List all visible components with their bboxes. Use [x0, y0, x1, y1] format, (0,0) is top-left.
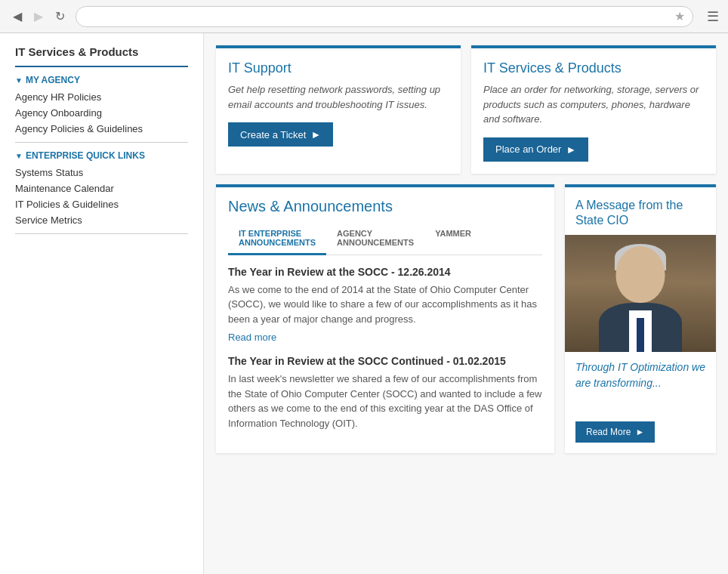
sidebar-item-it-policies[interactable]: IT Policies & Guidelines	[15, 199, 188, 210]
sidebar-mid-divider	[15, 142, 188, 143]
news-article-2-text: In last week's newsletter we shared a fe…	[228, 372, 542, 430]
sidebar-item-maintenance-calendar[interactable]: Maintenance Calendar	[15, 183, 188, 194]
bottom-row: News & Announcements IT ENTERPRISEANNOUN…	[216, 184, 716, 454]
news-tabs: IT ENTERPRISEANNOUNCEMENTS AGENCYANNOUNC…	[228, 223, 542, 255]
sidebar-enterprise-header[interactable]: ▼ ENTERPRISE QUICK LINKS	[15, 150, 188, 161]
cio-title: A Message from the State CIO	[575, 198, 705, 230]
cio-photo-inner	[565, 235, 716, 352]
person-body	[599, 303, 682, 352]
cio-panel: A Message from the State CIO Through IT …	[565, 184, 716, 454]
news-header: News & Announcements IT ENTERPRISEANNOUN…	[216, 187, 554, 255]
sidebar-item-agency-onboarding[interactable]: Agency Onboarding	[15, 107, 188, 119]
news-article-2-title: The Year in Review at the SOCC Continued…	[228, 355, 542, 367]
news-article-1-text: As we come to the end of 2014 at the Sta…	[228, 282, 542, 327]
tab-it-enterprise[interactable]: IT ENTERPRISEANNOUNCEMENTS	[228, 223, 326, 255]
news-article-1-title: The Year in Review at the SOCC - 12.26.2…	[228, 266, 542, 278]
news-body: The Year in Review at the SOCC - 12.26.2…	[216, 255, 554, 454]
it-services-title: IT Services & Products	[483, 60, 704, 76]
nav-buttons: ◀ ▶ ↻	[9, 8, 68, 25]
back-button[interactable]: ◀	[9, 8, 26, 25]
cio-read-more-arrow-icon: ►	[635, 427, 644, 437]
sidebar-item-service-metrics[interactable]: Service Metrics	[15, 214, 188, 226]
person-tie	[637, 318, 644, 352]
sidebar-top-divider	[15, 66, 188, 67]
enterprise-arrow-icon: ▼	[15, 152, 23, 160]
it-services-desc: Place an order for networking, storage, …	[483, 82, 704, 127]
sidebar-main-title: IT Services & Products	[15, 45, 188, 58]
place-order-button[interactable]: Place an Order ►	[483, 137, 588, 162]
my-agency-arrow-icon: ▼	[15, 76, 23, 85]
sidebar-bottom-divider	[15, 233, 188, 234]
sidebar-item-systems-status[interactable]: Systems Status	[15, 167, 188, 178]
page-wrapper: IT Services & Products ▼ MY AGENCY Agenc…	[0, 33, 728, 574]
refresh-button[interactable]: ↻	[51, 8, 68, 25]
news-article-1: The Year in Review at the SOCC - 12.26.2…	[228, 266, 542, 344]
sidebar: IT Services & Products ▼ MY AGENCY Agenc…	[0, 33, 204, 574]
browser-menu-icon[interactable]: ☰	[707, 8, 719, 25]
news-title: News & Announcements	[228, 198, 542, 215]
news-panel: News & Announcements IT ENTERPRISEANNOUN…	[216, 184, 554, 454]
main-content: IT Support Get help resetting network pa…	[204, 33, 728, 574]
news-article-2: The Year in Review at the SOCC Continued…	[228, 355, 542, 430]
create-ticket-arrow-icon: ►	[310, 128, 321, 140]
forward-button[interactable]: ▶	[30, 8, 47, 25]
cards-row: IT Support Get help resetting network pa…	[216, 45, 716, 174]
tab-yammer[interactable]: YAMMER	[424, 223, 482, 255]
it-services-card: IT Services & Products Place an order fo…	[471, 45, 716, 174]
person-head	[616, 246, 665, 303]
browser-chrome: ◀ ▶ ↻ ★ ☰	[0, 0, 728, 33]
cio-quote: Through IT Optimization we are transform…	[565, 352, 716, 418]
sidebar-item-agency-policies[interactable]: Agency Policies & Guidelines	[15, 123, 188, 134]
cio-read-more-button[interactable]: Read More ►	[575, 421, 655, 443]
it-support-card: IT Support Get help resetting network pa…	[216, 45, 461, 174]
sidebar-item-agency-hr[interactable]: Agency HR Policies	[15, 91, 188, 103]
place-order-arrow-icon: ►	[566, 144, 576, 156]
tab-agency-announcements[interactable]: AGENCYANNOUNCEMENTS	[326, 223, 424, 255]
news-article-1-read-more[interactable]: Read more	[228, 332, 276, 343]
address-bar[interactable]: ★	[76, 6, 693, 27]
it-support-desc: Get help resetting network passwords, se…	[228, 82, 449, 112]
bookmark-icon: ★	[674, 9, 685, 23]
create-ticket-button[interactable]: Create a Ticket ►	[228, 122, 333, 147]
sidebar-my-agency-header[interactable]: ▼ MY AGENCY	[15, 75, 188, 85]
cio-photo	[565, 235, 716, 352]
it-support-title: IT Support	[228, 60, 449, 76]
cio-header: A Message from the State CIO	[565, 187, 716, 236]
